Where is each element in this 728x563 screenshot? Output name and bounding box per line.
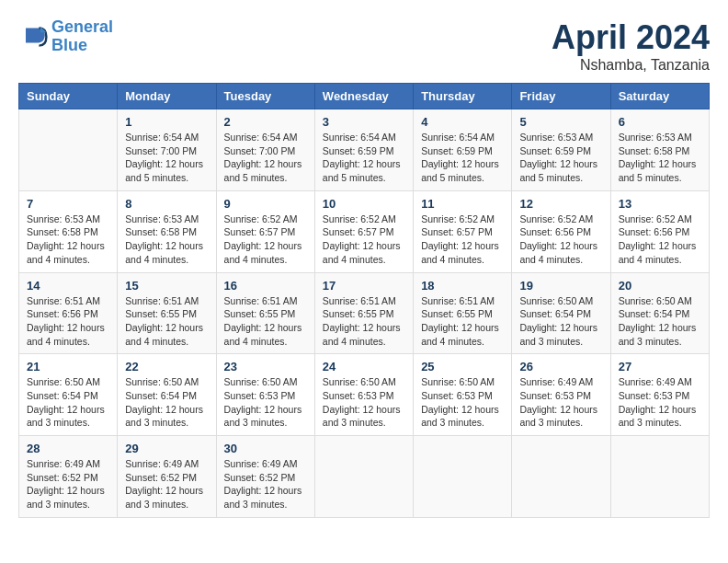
calendar-cell: 22Sunrise: 6:50 AM Sunset: 6:54 PM Dayli… xyxy=(118,354,216,436)
day-info: Sunrise: 6:50 AM Sunset: 6:53 PM Dayligh… xyxy=(323,375,405,430)
day-info: Sunrise: 6:52 AM Sunset: 6:57 PM Dayligh… xyxy=(224,213,307,267)
logo-general: General xyxy=(51,17,113,36)
day-info: Sunrise: 6:51 AM Sunset: 6:55 PM Dayligh… xyxy=(224,294,307,349)
calendar-cell: 29Sunrise: 6:49 AM Sunset: 6:52 PM Dayli… xyxy=(118,436,216,518)
calendar-cell: 7Sunrise: 6:53 AM Sunset: 6:58 PM Daylig… xyxy=(19,190,118,272)
day-info: Sunrise: 6:53 AM Sunset: 6:58 PM Dayligh… xyxy=(27,213,109,267)
day-info: Sunrise: 6:50 AM Sunset: 6:53 PM Dayligh… xyxy=(421,375,504,430)
day-info: Sunrise: 6:54 AM Sunset: 7:00 PM Dayligh… xyxy=(125,131,208,185)
calendar-cell xyxy=(512,436,610,518)
calendar-cell xyxy=(414,436,512,518)
calendar-cell: 9Sunrise: 6:52 AM Sunset: 6:57 PM Daylig… xyxy=(216,190,314,272)
calendar-cell: 27Sunrise: 6:49 AM Sunset: 6:53 PM Dayli… xyxy=(610,354,709,436)
logo: General Blue xyxy=(18,18,113,55)
day-number: 2 xyxy=(224,115,307,129)
day-number: 20 xyxy=(619,279,701,293)
calendar-cell xyxy=(610,436,709,518)
weekday-header-saturday: Saturday xyxy=(610,84,709,109)
calendar-week-1: 1Sunrise: 6:54 AM Sunset: 7:00 PM Daylig… xyxy=(19,109,710,191)
day-info: Sunrise: 6:51 AM Sunset: 6:56 PM Dayligh… xyxy=(27,294,109,349)
day-number: 22 xyxy=(125,360,208,373)
calendar-cell: 12Sunrise: 6:52 AM Sunset: 6:56 PM Dayli… xyxy=(512,190,610,272)
day-info: Sunrise: 6:54 AM Sunset: 7:00 PM Dayligh… xyxy=(224,131,307,185)
calendar-cell: 18Sunrise: 6:51 AM Sunset: 6:55 PM Dayli… xyxy=(414,272,512,354)
calendar-cell: 14Sunrise: 6:51 AM Sunset: 6:56 PM Dayli… xyxy=(19,272,118,354)
day-number: 29 xyxy=(125,442,208,455)
day-number: 17 xyxy=(323,279,405,293)
logo-icon xyxy=(18,22,48,52)
title-block: April 2024 Nshamba, Tanzania xyxy=(552,18,710,74)
calendar-cell: 16Sunrise: 6:51 AM Sunset: 6:55 PM Dayli… xyxy=(216,272,314,354)
day-info: Sunrise: 6:50 AM Sunset: 6:54 PM Dayligh… xyxy=(125,375,208,430)
day-number: 3 xyxy=(323,115,405,129)
day-number: 14 xyxy=(27,279,109,293)
calendar-cell: 25Sunrise: 6:50 AM Sunset: 6:53 PM Dayli… xyxy=(414,354,512,436)
weekday-header-tuesday: Tuesday xyxy=(216,84,314,109)
day-number: 23 xyxy=(224,360,307,373)
day-info: Sunrise: 6:49 AM Sunset: 6:53 PM Dayligh… xyxy=(519,375,602,430)
calendar-cell xyxy=(314,436,413,518)
month-title: April 2024 xyxy=(552,18,710,57)
day-info: Sunrise: 6:51 AM Sunset: 6:55 PM Dayligh… xyxy=(421,294,504,349)
calendar-week-3: 14Sunrise: 6:51 AM Sunset: 6:56 PM Dayli… xyxy=(19,272,710,354)
calendar-cell: 8Sunrise: 6:53 AM Sunset: 6:58 PM Daylig… xyxy=(118,190,216,272)
day-info: Sunrise: 6:53 AM Sunset: 6:58 PM Dayligh… xyxy=(125,213,208,267)
day-number: 16 xyxy=(224,279,307,293)
calendar-header: SundayMondayTuesdayWednesdayThursdayFrid… xyxy=(19,84,710,109)
calendar-cell: 11Sunrise: 6:52 AM Sunset: 6:57 PM Dayli… xyxy=(414,190,512,272)
day-number: 5 xyxy=(519,115,602,129)
logo-text: General Blue xyxy=(51,18,113,55)
day-info: Sunrise: 6:52 AM Sunset: 6:56 PM Dayligh… xyxy=(619,213,701,267)
day-number: 28 xyxy=(27,442,109,455)
calendar-cell: 20Sunrise: 6:50 AM Sunset: 6:54 PM Dayli… xyxy=(610,272,709,354)
day-number: 8 xyxy=(125,197,208,211)
calendar-cell: 6Sunrise: 6:53 AM Sunset: 6:58 PM Daylig… xyxy=(610,109,709,191)
day-info: Sunrise: 6:53 AM Sunset: 6:59 PM Dayligh… xyxy=(519,131,602,185)
calendar-cell: 30Sunrise: 6:49 AM Sunset: 6:52 PM Dayli… xyxy=(216,436,314,518)
day-number: 27 xyxy=(619,360,701,373)
calendar-cell: 23Sunrise: 6:50 AM Sunset: 6:53 PM Dayli… xyxy=(216,354,314,436)
day-info: Sunrise: 6:49 AM Sunset: 6:52 PM Dayligh… xyxy=(224,457,307,511)
day-number: 12 xyxy=(519,197,602,211)
calendar-week-2: 7Sunrise: 6:53 AM Sunset: 6:58 PM Daylig… xyxy=(19,190,710,272)
calendar-cell: 24Sunrise: 6:50 AM Sunset: 6:53 PM Dayli… xyxy=(314,354,413,436)
calendar-cell: 19Sunrise: 6:50 AM Sunset: 6:54 PM Dayli… xyxy=(512,272,610,354)
weekday-header-sunday: Sunday xyxy=(19,84,118,109)
day-info: Sunrise: 6:50 AM Sunset: 6:54 PM Dayligh… xyxy=(619,294,701,349)
day-number: 24 xyxy=(323,360,405,373)
location-subtitle: Nshamba, Tanzania xyxy=(552,57,710,74)
day-info: Sunrise: 6:50 AM Sunset: 6:54 PM Dayligh… xyxy=(519,294,602,349)
day-number: 13 xyxy=(619,197,701,211)
calendar-cell: 3Sunrise: 6:54 AM Sunset: 6:59 PM Daylig… xyxy=(314,109,413,191)
day-number: 1 xyxy=(125,115,208,129)
calendar-cell: 21Sunrise: 6:50 AM Sunset: 6:54 PM Dayli… xyxy=(19,354,118,436)
day-info: Sunrise: 6:49 AM Sunset: 6:52 PM Dayligh… xyxy=(27,457,109,511)
day-number: 21 xyxy=(27,360,109,373)
day-number: 7 xyxy=(27,197,109,211)
day-number: 26 xyxy=(519,360,602,373)
calendar-cell: 26Sunrise: 6:49 AM Sunset: 6:53 PM Dayli… xyxy=(512,354,610,436)
day-info: Sunrise: 6:54 AM Sunset: 6:59 PM Dayligh… xyxy=(323,131,405,185)
day-number: 11 xyxy=(421,197,504,211)
day-info: Sunrise: 6:52 AM Sunset: 6:56 PM Dayligh… xyxy=(519,213,602,267)
calendar-cell: 13Sunrise: 6:52 AM Sunset: 6:56 PM Dayli… xyxy=(610,190,709,272)
day-info: Sunrise: 6:49 AM Sunset: 6:52 PM Dayligh… xyxy=(125,457,208,511)
day-number: 9 xyxy=(224,197,307,211)
day-info: Sunrise: 6:49 AM Sunset: 6:53 PM Dayligh… xyxy=(619,375,701,430)
day-number: 30 xyxy=(224,442,307,455)
weekday-header-thursday: Thursday xyxy=(414,84,512,109)
weekday-header-monday: Monday xyxy=(118,84,216,109)
day-number: 19 xyxy=(519,279,602,293)
day-info: Sunrise: 6:50 AM Sunset: 6:54 PM Dayligh… xyxy=(27,375,109,430)
weekday-header-wednesday: Wednesday xyxy=(314,84,413,109)
calendar-week-5: 28Sunrise: 6:49 AM Sunset: 6:52 PM Dayli… xyxy=(19,436,710,518)
calendar-cell: 15Sunrise: 6:51 AM Sunset: 6:55 PM Dayli… xyxy=(118,272,216,354)
calendar-cell xyxy=(19,109,118,191)
calendar-week-4: 21Sunrise: 6:50 AM Sunset: 6:54 PM Dayli… xyxy=(19,354,710,436)
calendar-cell: 2Sunrise: 6:54 AM Sunset: 7:00 PM Daylig… xyxy=(216,109,314,191)
day-number: 15 xyxy=(125,279,208,293)
weekday-header-friday: Friday xyxy=(512,84,610,109)
page-header: General Blue April 2024 Nshamba, Tanzani… xyxy=(18,18,710,74)
day-info: Sunrise: 6:51 AM Sunset: 6:55 PM Dayligh… xyxy=(323,294,405,349)
day-number: 6 xyxy=(619,115,701,129)
